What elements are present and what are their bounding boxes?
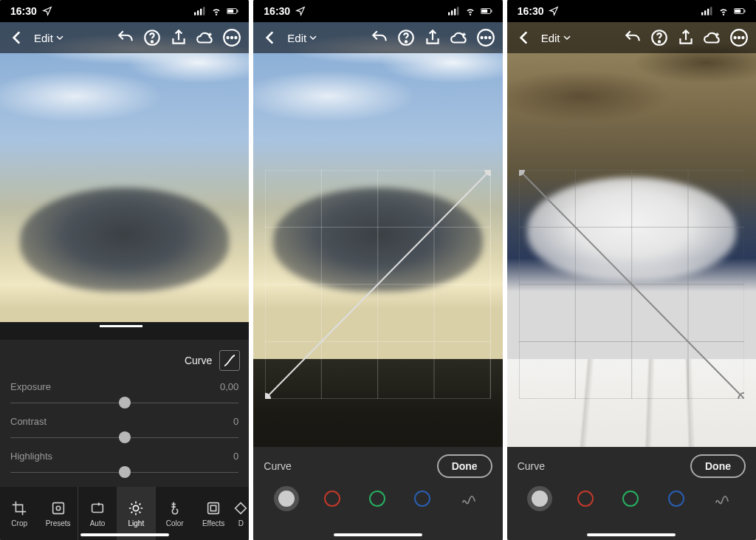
home-indicator[interactable]: [334, 533, 422, 536]
edit-menu[interactable]: Edit: [541, 32, 571, 44]
svg-point-16: [134, 505, 139, 510]
curve-bottom-panel: Curve Done: [253, 447, 502, 540]
channel-red[interactable]: [324, 491, 340, 507]
channel-parametric[interactable]: [460, 490, 478, 507]
cloud-button[interactable]: [196, 28, 215, 47]
svg-point-49: [734, 36, 736, 38]
svg-rect-40: [704, 10, 706, 15]
channel-blue[interactable]: [668, 491, 684, 507]
svg-point-11: [231, 36, 233, 38]
home-indicator[interactable]: [80, 533, 169, 536]
screen-curve-identity: 16:30 Edit Cu: [253, 0, 502, 540]
svg-rect-45: [744, 10, 745, 12]
status-bar: 16:30: [253, 0, 502, 22]
svg-point-12: [235, 36, 237, 38]
svg-rect-3: [203, 7, 205, 15]
undo-button[interactable]: [370, 28, 389, 47]
svg-rect-1: [197, 10, 199, 15]
more-button[interactable]: [729, 28, 749, 47]
more-button[interactable]: [222, 28, 241, 47]
tab-light[interactable]: Light: [117, 487, 155, 540]
help-button[interactable]: [142, 28, 162, 47]
tab-auto[interactable]: Auto: [78, 487, 117, 540]
tab-detail[interactable]: D: [233, 487, 249, 540]
svg-point-8: [151, 41, 153, 42]
status-time: 16:30: [10, 5, 37, 17]
location-icon: [295, 6, 306, 16]
help-button[interactable]: [396, 28, 416, 47]
svg-rect-18: [210, 505, 216, 510]
tone-curve-editor[interactable]: [265, 170, 490, 399]
bottom-tabs: Crop Presets Auto Light Color Effects D: [0, 487, 249, 540]
svg-rect-2: [200, 9, 202, 16]
svg-point-14: [56, 506, 61, 510]
share-button[interactable]: [676, 28, 695, 47]
curve-label: Curve: [264, 460, 291, 472]
curve-label: Curve: [518, 460, 545, 472]
screen-curve-inverted: 16:30 Edit Cu: [507, 0, 756, 540]
slider-exposure[interactable]: Exposure0,00: [10, 381, 238, 410]
channel-green[interactable]: [622, 491, 639, 507]
back-button[interactable]: [261, 28, 280, 47]
signal-icon: [701, 6, 713, 16]
share-button[interactable]: [169, 28, 188, 47]
undo-button[interactable]: [623, 28, 642, 47]
svg-rect-6: [238, 10, 238, 12]
more-button[interactable]: [476, 28, 495, 47]
cloud-button[interactable]: [703, 28, 722, 47]
channel-luminance[interactable]: [278, 491, 295, 507]
wifi-icon: [464, 6, 476, 16]
tab-presets[interactable]: Presets: [38, 487, 77, 540]
edit-menu[interactable]: Edit: [34, 32, 63, 44]
help-button[interactable]: [650, 28, 669, 47]
svg-rect-13: [52, 502, 63, 513]
svg-rect-15: [92, 504, 103, 512]
battery-icon: [481, 6, 492, 16]
svg-point-30: [484, 36, 487, 38]
svg-point-50: [738, 36, 740, 38]
top-toolbar: Edit: [0, 22, 249, 53]
back-button[interactable]: [7, 28, 27, 47]
edit-menu[interactable]: Edit: [287, 32, 317, 44]
battery-icon: [734, 6, 746, 16]
slider-contrast[interactable]: Contrast0: [10, 416, 238, 445]
svg-rect-25: [491, 10, 492, 12]
curve-bottom-panel: Curve Done: [507, 447, 756, 540]
back-button[interactable]: [515, 28, 534, 47]
svg-point-10: [227, 36, 229, 38]
tab-color[interactable]: Color: [156, 487, 194, 540]
home-indicator[interactable]: [587, 533, 676, 536]
channel-blue[interactable]: [414, 491, 430, 507]
undo-button[interactable]: [116, 28, 135, 47]
svg-rect-21: [454, 9, 456, 16]
tab-effects[interactable]: Effects: [194, 487, 233, 540]
location-icon: [41, 6, 53, 16]
done-button[interactable]: Done: [437, 454, 492, 478]
slider-highlights[interactable]: Highlights0: [10, 451, 238, 479]
battery-icon: [227, 6, 238, 16]
share-button[interactable]: [423, 28, 442, 47]
done-button[interactable]: Done: [690, 454, 746, 478]
channel-parametric[interactable]: [713, 490, 731, 507]
status-time: 16:30: [518, 5, 544, 17]
channel-red[interactable]: [577, 491, 594, 507]
signal-icon: [448, 6, 460, 16]
cloud-button[interactable]: [450, 28, 469, 47]
svg-point-27: [405, 41, 407, 42]
svg-rect-39: [701, 13, 703, 16]
channel-luminance[interactable]: [532, 491, 548, 507]
wifi-icon: [210, 6, 222, 16]
svg-point-51: [742, 36, 744, 38]
svg-point-29: [481, 36, 483, 38]
svg-rect-24: [481, 10, 487, 13]
signal-icon: [194, 6, 206, 16]
channel-green[interactable]: [369, 491, 385, 507]
tone-curve-editor[interactable]: [519, 170, 744, 399]
filmstrip[interactable]: [0, 322, 249, 340]
curve-button[interactable]: [219, 350, 240, 371]
svg-rect-42: [710, 7, 712, 15]
tab-crop[interactable]: Crop: [0, 487, 38, 540]
svg-point-47: [659, 41, 660, 42]
status-bar: 16:30: [507, 0, 756, 22]
svg-rect-41: [707, 9, 709, 16]
